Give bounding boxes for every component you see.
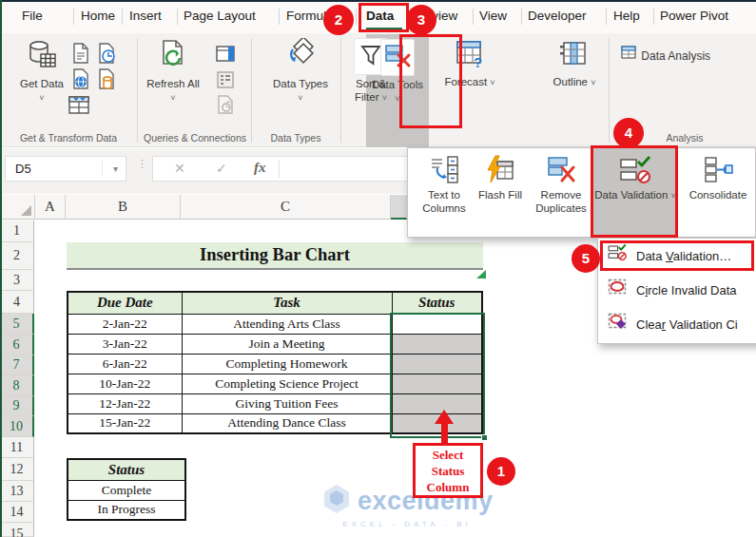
menu-item-data-validation[interactable]: Data Validation… <box>602 242 756 271</box>
forecast-label: Forecast <box>444 76 487 87</box>
text-to-columns-button[interactable]: Text to Columns <box>412 148 476 237</box>
row-header-8[interactable]: 8 <box>0 375 34 396</box>
tab-power-pivot[interactable]: Power Pivot <box>660 0 728 31</box>
get-data-button[interactable]: Get Data ˅ <box>17 38 67 105</box>
tab-view[interactable]: View <box>479 0 507 31</box>
select-all-corner[interactable] <box>0 195 35 220</box>
step-circle-4: 4 <box>613 118 644 148</box>
row-header-11[interactable]: 11 <box>0 437 34 458</box>
callout-arrow-head-icon <box>435 410 454 424</box>
watermark-tagline: EXCEL - DATA - BI <box>312 520 502 528</box>
forecast-icon: ? <box>454 61 486 72</box>
row-header-3[interactable]: 3 <box>0 270 34 291</box>
column-header-c[interactable]: C <box>181 195 391 220</box>
data-types-button[interactable]: Data Types ˅ <box>272 38 329 105</box>
outline-button[interactable]: Outline ˅ <box>548 38 601 89</box>
row-header-7[interactable]: 7 <box>0 355 34 375</box>
flash-fill-button[interactable]: Flash Fill <box>478 148 522 237</box>
tab-insert[interactable]: Insert <box>129 0 162 31</box>
data-validation-button[interactable]: Data Validation ˅ <box>592 148 678 239</box>
text-to-columns-label: Text to Columns <box>412 188 476 215</box>
legend-header[interactable]: Status <box>68 459 185 480</box>
tab-developer[interactable]: Developer <box>528 0 587 31</box>
row-header-12[interactable]: 12 <box>0 458 34 481</box>
step-circle-3: 3 <box>406 5 436 35</box>
recent-sources-icon[interactable] <box>95 42 118 65</box>
menu-separator <box>521 9 522 25</box>
data-validation-icon <box>619 176 651 187</box>
from-database-icon[interactable] <box>95 67 118 90</box>
row-header-6[interactable]: 6 <box>0 335 34 355</box>
properties-icon[interactable] <box>216 70 235 89</box>
active-tab-underline <box>366 28 402 30</box>
legend-item-complete[interactable]: Complete <box>68 480 185 500</box>
enter-icon[interactable]: ✓ <box>216 161 227 176</box>
cell-due-date[interactable]: 10-Jan-22 <box>68 374 182 393</box>
cell-task[interactable]: Attending Dance Class <box>182 413 392 433</box>
ribbon-divider <box>251 38 252 143</box>
fx-icon[interactable]: fx <box>254 160 266 176</box>
column-header-a[interactable]: A <box>35 195 66 220</box>
cell-status-d5[interactable] <box>392 314 482 334</box>
outline-label: Outline <box>553 76 588 87</box>
cell-due-date[interactable]: 2-Jan-22 <box>68 314 182 334</box>
col-header-due-date[interactable]: Due Date <box>68 292 182 314</box>
column-header-d-stub[interactable] <box>391 195 407 220</box>
cell-task[interactable]: Completing Science Project <box>182 374 392 393</box>
column-header-b[interactable]: B <box>66 195 181 220</box>
row-header-5[interactable]: 5 <box>0 314 34 335</box>
tab-page-layout[interactable]: Page Layout <box>184 0 256 31</box>
from-text-csv-icon[interactable] <box>69 42 92 65</box>
row-header-10[interactable]: 10 <box>0 416 34 437</box>
row-header-4[interactable]: 4 <box>0 291 34 314</box>
cell-task[interactable]: Attending Arts Class <box>182 314 392 334</box>
namebox-dropdown-icon[interactable]: ▾ <box>113 157 118 181</box>
menu-bar: File Home Insert Page Layout Formulas Da… <box>0 0 756 33</box>
row-header-13[interactable]: 13 <box>0 481 34 502</box>
forecast-button[interactable]: ? Forecast ˅ <box>443 38 496 89</box>
from-web-icon[interactable] <box>69 67 92 90</box>
chevron-down-icon: ˅ <box>490 78 494 87</box>
cell-status-d8[interactable] <box>392 374 482 393</box>
tab-home[interactable]: Home <box>81 0 115 31</box>
data-tools-label: Data Tools <box>372 79 423 90</box>
row-header-1[interactable]: 1 <box>0 221 34 242</box>
cell-task[interactable]: Join a Meeting <box>182 334 392 354</box>
row-header-14[interactable]: 14 <box>0 502 34 523</box>
select-status-column-callout: Select Status Column <box>413 443 483 498</box>
cell-status-d7[interactable] <box>392 354 482 374</box>
legend-item-in-progress[interactable]: In Progress <box>68 500 185 520</box>
chevron-down-icon: ˅ <box>671 191 676 201</box>
cell-status-d6[interactable] <box>392 334 482 354</box>
chevron-down-icon: ˅ <box>170 93 175 103</box>
excel-window: File Home Insert Page Layout Formulas Da… <box>0 0 756 537</box>
tab-help[interactable]: Help <box>613 0 640 31</box>
col-header-status[interactable]: Status <box>392 292 482 314</box>
cell-due-date[interactable]: 6-Jan-22 <box>68 354 182 374</box>
data-tools-button[interactable]: Data Tools ˅ <box>369 39 426 105</box>
cell-due-date[interactable]: 3-Jan-22 <box>68 334 182 354</box>
cell-task[interactable]: Completing Homework <box>182 354 392 374</box>
refresh-all-button[interactable]: Refresh All ˅ <box>143 38 204 105</box>
from-table-range-icon[interactable] <box>67 92 91 117</box>
menu-item-clear-validation-circles[interactable]: Clear Validation Ci <box>602 311 756 339</box>
data-analysis-button[interactable]: Data Analysis <box>621 45 710 64</box>
menu-item-circle-invalid-data[interactable]: Circle Invalid Data <box>602 277 756 305</box>
consolidate-button[interactable]: Consolidate <box>680 148 756 237</box>
callout-line: Select <box>416 447 480 463</box>
cell-task[interactable]: Giving Tuition Fees <box>182 393 392 413</box>
formula-bar-grip-icon[interactable]: ⋮ <box>137 161 147 166</box>
sheet-title-cell[interactable]: Inserting Bar Chart <box>67 242 483 270</box>
remove-duplicates-button[interactable]: Remove Duplicates <box>524 148 598 237</box>
fill-handle[interactable] <box>481 434 488 441</box>
row-header-9[interactable]: 9 <box>0 396 34 416</box>
col-header-task[interactable]: Task <box>182 292 392 314</box>
row-header-15[interactable]: 15 <box>0 523 34 537</box>
row-header-2[interactable]: 2 <box>0 242 34 270</box>
queries-connections-icon[interactable] <box>215 44 236 65</box>
name-box[interactable]: D5 ▾ <box>5 156 126 182</box>
tab-file[interactable]: File <box>22 0 43 31</box>
cell-due-date[interactable]: 12-Jan-22 <box>68 393 182 413</box>
cancel-icon[interactable]: ✕ <box>174 161 185 176</box>
cell-due-date[interactable]: 15-Jan-22 <box>68 413 182 433</box>
